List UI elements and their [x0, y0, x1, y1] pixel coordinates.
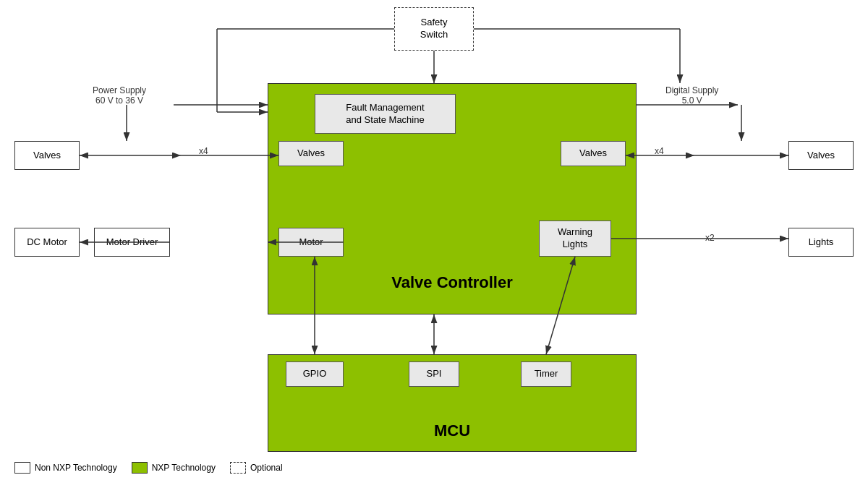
legend: Non NXP Technology NXP Technology Option…	[14, 462, 283, 474]
motor-driver-label: Motor Driver	[106, 236, 158, 249]
mcu-label: MCU	[268, 421, 636, 440]
valve-controller-label: Valve Controller	[268, 273, 636, 292]
spi-label: SPI	[427, 368, 442, 380]
legend-non-nxp-label: Non NXP Technology	[35, 463, 117, 473]
legend-dashed-box	[230, 462, 246, 474]
timer-box: Timer	[521, 361, 571, 387]
valves-right-label: Valves	[807, 150, 835, 162]
fault-management-box: Fault Management and State Machine	[315, 94, 456, 134]
legend-nxp-label: NXP Technology	[152, 463, 216, 473]
inner-motor-label: Motor	[299, 236, 323, 249]
inner-valves-left-label: Valves	[297, 147, 325, 160]
motor-driver-box: Motor Driver	[94, 228, 170, 257]
spi-box: SPI	[409, 361, 459, 387]
legend-white-box	[14, 462, 30, 474]
safety-switch-box: Safety Switch	[394, 7, 474, 51]
valves-left-label: Valves	[33, 150, 61, 162]
gpio-box: GPIO	[286, 361, 344, 387]
x4-left-label: x4	[199, 146, 208, 156]
valves-right-box: Valves	[788, 141, 854, 170]
inner-valves-right-label: Valves	[579, 147, 607, 160]
gpio-label: GPIO	[303, 368, 327, 380]
dc-motor-box: DC Motor	[14, 228, 80, 257]
x2-label: x2	[705, 233, 715, 243]
safety-switch-label: Safety Switch	[420, 17, 448, 41]
x4-right-label: x4	[655, 146, 664, 156]
inner-warning-lights-box: Warning Lights	[539, 221, 611, 257]
legend-optional: Optional	[230, 462, 283, 474]
power-supply-label: Power Supply 60 V to 36 V	[93, 85, 146, 106]
lights-box: Lights	[788, 228, 854, 257]
legend-nxp: NXP Technology	[132, 462, 216, 474]
inner-valves-left-box: Valves	[278, 141, 344, 166]
dc-motor-label: DC Motor	[27, 236, 67, 249]
timer-label: Timer	[535, 368, 558, 380]
legend-optional-label: Optional	[250, 463, 283, 473]
inner-warning-lights-label: Warning Lights	[558, 226, 592, 251]
valves-left-box: Valves	[14, 141, 80, 170]
fault-management-label: Fault Management and State Machine	[346, 102, 424, 127]
legend-non-nxp: Non NXP Technology	[14, 462, 117, 474]
inner-motor-box: Motor	[278, 228, 344, 257]
digital-supply-label: Digital Supply 5.0 V	[665, 85, 718, 106]
lights-label: Lights	[809, 236, 834, 249]
legend-green-box	[132, 462, 148, 474]
diagram-container: Valve Controller MCU Safety Switch Valve…	[0, 0, 868, 488]
inner-valves-right-box: Valves	[561, 141, 626, 166]
